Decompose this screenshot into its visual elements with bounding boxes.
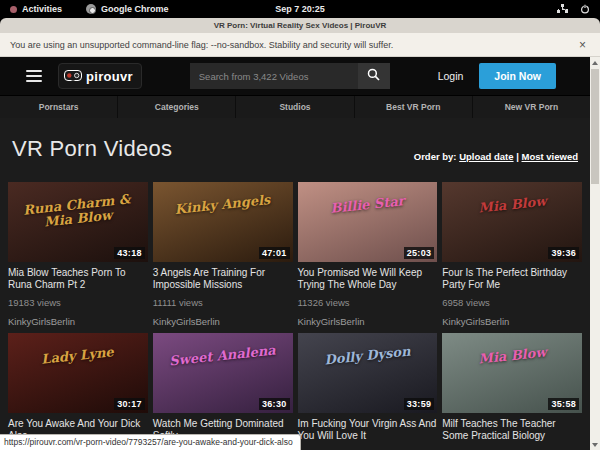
page-title: VR Porn Videos (12, 136, 172, 162)
active-app-menu[interactable]: Google Chrome (86, 4, 169, 14)
duration-badge: 39:36 (548, 247, 579, 259)
video-title[interactable]: Mia Blow Teaches Porn To Runa Charm Pt 2 (8, 267, 148, 291)
video-title[interactable]: Four Is The Perfect Birthday Party For M… (442, 267, 582, 291)
scrollbar-thumb[interactable] (591, 69, 599, 184)
search-input[interactable] (190, 63, 358, 89)
studio-link[interactable]: KinkyGirlsBerlin (298, 316, 438, 327)
thumbnail-overlay-text: Lady Lyne (16, 343, 140, 369)
order-separator: | (516, 151, 519, 162)
video-card[interactable]: Sweet Analena 36:30 Watch Me Getting Dom… (153, 333, 293, 450)
video-views: 6958 views (442, 297, 582, 308)
video-thumbnail[interactable]: Kinky Angels 47:01 (153, 182, 293, 262)
system-top-bar: Activities Google Chrome Sep 7 20:25 (0, 0, 600, 18)
search-bar (190, 63, 390, 89)
video-card[interactable]: Runa Charm & Mia Blow 43:18 Mia Blow Tea… (8, 182, 148, 327)
site-logo[interactable]: pirouvr (58, 63, 142, 89)
duration-badge: 35:58 (548, 398, 579, 410)
thumbnail-overlay-text: Sweet Analena (161, 343, 285, 369)
order-most-viewed-link[interactable]: Most viewed (522, 151, 579, 162)
video-card[interactable]: Kinky Angels 47:01 3 Angels Are Training… (153, 182, 293, 327)
video-title[interactable]: Milf Teaches The Teacher Some Practical … (442, 418, 582, 442)
menu-icon[interactable] (26, 70, 42, 82)
search-button[interactable] (358, 63, 390, 89)
video-grid: Runa Charm & Mia Blow 43:18 Mia Blow Tea… (0, 182, 590, 450)
vr-goggles-icon (64, 67, 82, 85)
video-thumbnail[interactable]: Mia Blow 39:36 (442, 182, 582, 262)
nav-item-best-vr[interactable]: Best VR Porn (354, 96, 472, 118)
order-upload-date-link[interactable]: Upload date (459, 151, 513, 162)
video-thumbnail[interactable]: Mia Blow 35:58 (442, 333, 582, 413)
thumbnail-overlay-text: Kinky Angels (161, 192, 285, 218)
video-thumbnail[interactable]: Billie Star 25:03 (298, 182, 438, 262)
order-by: Order by: Upload date | Most viewed (414, 151, 578, 162)
thumbnail-overlay-text: Mia Blow (450, 343, 574, 369)
video-card[interactable]: Mia Blow 35:58 Milf Teaches The Teacher … (442, 333, 582, 450)
studio-link[interactable]: KinkyGirlsBerlin (442, 316, 582, 327)
order-by-label: Order by: (414, 151, 457, 162)
infobar-message: You are using an unsupported command-lin… (10, 40, 393, 50)
logo-text: pirouvr (86, 69, 133, 84)
video-card[interactable]: Dolly Dyson 33:59 Im Fucking Your Virgin… (298, 333, 438, 450)
activities-indicator-icon (10, 6, 17, 13)
video-title[interactable]: You Promised We Will Keep Trying The Who… (298, 267, 438, 291)
status-url: https://pirouvr.com/vr-porn-video/779325… (0, 434, 301, 450)
power-icon[interactable] (580, 4, 590, 14)
thumbnail-overlay-text: Dolly Dyson (305, 343, 429, 369)
video-thumbnail[interactable]: Dolly Dyson 33:59 (298, 333, 438, 413)
close-icon[interactable]: × (575, 39, 590, 51)
video-title[interactable]: Im Fucking Your Virgin Ass And You Will … (298, 418, 438, 442)
site-header: pirouvr Login Join Now (0, 57, 590, 95)
nav-item-new-vr[interactable]: New VR Porn (472, 96, 590, 118)
studio-link[interactable]: KinkyGirlsBerlin (8, 316, 148, 327)
clock-label: Sep 7 20:25 (275, 4, 325, 14)
duration-badge: 33:59 (404, 398, 435, 410)
video-title[interactable]: 3 Angels Are Training For Impossible Mis… (153, 267, 293, 291)
duration-badge: 47:01 (259, 247, 290, 259)
scroll-up-icon[interactable] (590, 57, 600, 68)
join-now-button[interactable]: Join Now (479, 63, 556, 89)
window-title: VR Porn: Virtual Reality Sex Videos | Pi… (214, 21, 387, 30)
thumbnail-overlay-text: Mia Blow (450, 192, 574, 218)
video-thumbnail[interactable]: Sweet Analena 36:30 (153, 333, 293, 413)
scrollbar[interactable] (590, 57, 600, 450)
video-card[interactable]: Lady Lyne 30:17 Are You Awake And Your D… (8, 333, 148, 450)
duration-badge: 43:18 (114, 247, 145, 259)
video-views: 11326 views (298, 297, 438, 308)
network-icon[interactable] (557, 4, 568, 14)
login-link[interactable]: Login (438, 70, 464, 82)
video-card[interactable]: Billie Star 25:03 You Promised We Will K… (298, 182, 438, 327)
video-card[interactable]: Mia Blow 39:36 Four Is The Perfect Birth… (442, 182, 582, 327)
thumbnail-overlay-text: Runa Charm & Mia Blow (15, 192, 140, 232)
nav-item-studios[interactable]: Studios (235, 96, 353, 118)
thumbnail-overlay-text: Billie Star (305, 192, 429, 218)
active-app-label: Google Chrome (101, 4, 169, 14)
chrome-icon (86, 4, 96, 14)
video-views: 11111 views (153, 297, 293, 308)
browser-infobar: You are using an unsupported command-lin… (0, 33, 600, 57)
video-thumbnail[interactable]: Runa Charm & Mia Blow 43:18 (8, 182, 148, 262)
duration-badge: 30:17 (114, 398, 145, 410)
clock-button[interactable]: Sep 7 20:25 (275, 4, 325, 14)
video-thumbnail[interactable]: Lady Lyne 30:17 (8, 333, 148, 413)
video-views: 19183 views (8, 297, 148, 308)
web-viewport: pirouvr Login Join Now Pornstar (0, 57, 600, 450)
duration-badge: 36:30 (259, 398, 290, 410)
activities-button[interactable]: Activities (10, 4, 62, 14)
studio-link[interactable]: KinkyGirlsBerlin (153, 316, 293, 327)
duration-badge: 25:03 (404, 247, 435, 259)
nav-item-categories[interactable]: Categories (117, 96, 235, 118)
activities-label: Activities (22, 4, 62, 14)
nav-item-pornstars[interactable]: Pornstars (0, 96, 117, 118)
scroll-down-icon[interactable] (590, 439, 600, 450)
main-nav: Pornstars Categories Studios Best VR Por… (0, 95, 590, 118)
search-icon (367, 68, 380, 84)
browser-title-bar: VR Porn: Virtual Reality Sex Videos | Pi… (0, 18, 600, 33)
